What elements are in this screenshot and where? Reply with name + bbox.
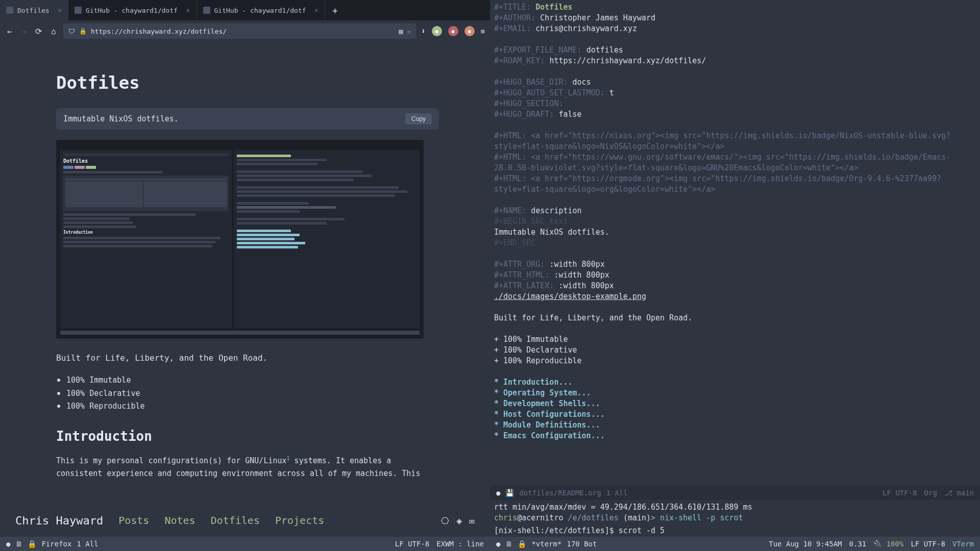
code-block: Immutable NixOS dotfiles. Copy	[56, 108, 439, 130]
url-text: https://chrishayward.xyz/dotfiles/	[91, 28, 227, 35]
git-branch: ⎇ main	[944, 489, 974, 497]
buffer-position: 1 All	[606, 489, 628, 497]
save-icon: 💾	[505, 489, 514, 497]
extension-icon[interactable]: ●	[432, 26, 442, 36]
buffer-file: dotfiles/README.org	[519, 489, 601, 497]
nav-link-dotfiles[interactable]: Dotfiles	[211, 514, 260, 527]
lock-icon: 🔒	[79, 28, 87, 35]
tagline: Built for Life, Liberty, and the Open Ro…	[56, 353, 439, 363]
tab-label: GitHub - chayward1/dotf	[86, 7, 178, 14]
shield-icon[interactable]: 🛡	[68, 28, 75, 35]
desktop-screenshot-image: Dotfiles	[56, 140, 424, 339]
ublock-icon[interactable]: ●	[448, 26, 458, 36]
encoding: LF UTF-8	[883, 489, 917, 497]
code-text: Immutable NixOS dotfiles.	[63, 114, 179, 123]
major-mode: EXWM : line	[436, 540, 484, 548]
terminal-output: rtt min/avg/max/mdev = 49.294/186.651/36…	[494, 502, 976, 513]
browser-toolbar: ← → ⟳ ⌂ 🛡 🔒 https://chrishayward.xyz/dot…	[0, 20, 490, 42]
major-mode: VTerm	[952, 540, 974, 548]
circle-icon: ●	[496, 489, 500, 497]
new-tab-button[interactable]: +	[325, 5, 345, 16]
circle-icon: ●	[496, 540, 500, 548]
copy-button[interactable]: Copy	[405, 113, 432, 124]
terminal[interactable]: rtt min/avg/max/mdev = 49.294/186.651/36…	[490, 500, 980, 537]
editor-modeline: ● 💾 dotfiles/README.org 1 All LF UTF-8 O…	[490, 486, 980, 500]
menu-icon[interactable]: ≡	[481, 27, 485, 35]
email-icon[interactable]: ✉	[469, 515, 475, 526]
feature-list: 100% Immutable 100% Declarative 100% Rep…	[56, 374, 439, 413]
favicon-icon	[75, 7, 82, 14]
back-button[interactable]: ←	[5, 24, 14, 38]
buffer-position: 1 All	[77, 540, 98, 548]
section-heading: Introduction	[56, 429, 439, 444]
tab-dotfiles[interactable]: Dotfiles ×	[0, 0, 68, 20]
file-icon: 🗎	[15, 540, 22, 548]
buffer-name: *vterm*	[531, 540, 561, 548]
encoding: LF UTF-8	[911, 540, 945, 548]
nav-link-posts[interactable]: Posts	[118, 514, 149, 527]
tab-github-1[interactable]: GitHub - chayward1/dotf ×	[68, 0, 197, 20]
battery-status: 🔌 100%	[873, 540, 903, 548]
list-item: 100% Immutable	[66, 374, 439, 387]
circle-icon: ●	[6, 540, 10, 548]
favicon-icon	[203, 7, 210, 14]
nav-link-projects[interactable]: Projects	[275, 514, 324, 527]
buffer-name: Firefox	[41, 540, 71, 548]
terminal-modeline: ● 🗎 🔒 *vterm* 170 Bot Tue Aug 10 9:45AM …	[490, 537, 980, 551]
encoding: LF UTF-8	[395, 540, 429, 548]
web-page-content: Dotfiles Immutable NixOS dotfiles. Copy …	[0, 42, 490, 511]
reload-button[interactable]: ⟳	[33, 24, 44, 38]
site-footer-nav: Chris Hayward Posts Notes Dotfiles Proje…	[0, 511, 490, 530]
bookmark-icon[interactable]: ☆	[407, 28, 411, 35]
gitlab-icon[interactable]: ◈	[456, 515, 462, 526]
tab-label: GitHub - chayward1/dotf	[214, 7, 306, 14]
terminal-prompt: [nix-shell:/etc/dotfiles]$ scrot -d 5	[494, 525, 976, 536]
url-bar[interactable]: 🛡 🔒 https://chrishayward.xyz/dotfiles/ ▤…	[63, 23, 416, 39]
file-icon: 🗎	[505, 540, 512, 548]
home-button[interactable]: ⌂	[49, 24, 58, 38]
site-brand[interactable]: Chris Hayward	[15, 514, 103, 527]
close-icon[interactable]: ×	[186, 6, 190, 14]
tab-label: Dotfiles	[17, 7, 50, 14]
github-icon[interactable]: ⎔	[441, 515, 449, 526]
lock-icon: 🔒	[28, 540, 36, 548]
forward-button[interactable]: →	[19, 24, 29, 38]
close-icon[interactable]: ×	[58, 6, 62, 14]
favicon-icon	[6, 7, 13, 14]
body-text: This is my personal configuration(s) for…	[56, 454, 439, 481]
page-title: Dotfiles	[56, 72, 439, 93]
load-avg: 0.31	[849, 540, 867, 548]
lock-icon: 🔒	[518, 540, 526, 548]
reader-icon[interactable]: ▤	[399, 28, 403, 35]
datetime: Tue Aug 10 9:45AM	[769, 540, 842, 548]
close-icon[interactable]: ×	[314, 6, 318, 14]
list-item: 100% Reproducible	[66, 400, 439, 413]
left-modeline: ● 🗎 🔒 Firefox 1 All LF UTF-8 EXWM : line	[0, 537, 490, 551]
nav-link-notes[interactable]: Notes	[164, 514, 195, 527]
extension-icon[interactable]: ●	[464, 26, 475, 36]
list-item: 100% Declarative	[66, 387, 439, 400]
major-mode: Org	[924, 489, 937, 497]
browser-tabs: Dotfiles × GitHub - chayward1/dotf × Git…	[0, 0, 490, 20]
tab-github-2[interactable]: GitHub - chayward1/dotf ×	[197, 0, 325, 20]
terminal-prompt: chris@acernitro /e/dotfiles (main)> nix-…	[494, 513, 976, 523]
pocket-icon[interactable]: ⬇	[421, 27, 425, 35]
buffer-position: 170 Bot	[567, 540, 597, 548]
org-editor[interactable]: #+TITLE: Dotfiles#+AUTHOR: Christopher J…	[490, 0, 980, 486]
